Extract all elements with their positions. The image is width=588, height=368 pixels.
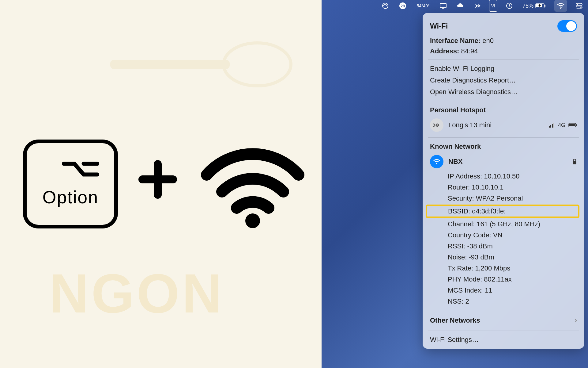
watermark-text: NGON <box>49 262 224 325</box>
divider <box>428 101 579 101</box>
divider <box>428 331 579 331</box>
svg-rect-9 <box>440 3 446 8</box>
svg-rect-14 <box>545 5 545 7</box>
wifi-toggle[interactable] <box>557 20 577 32</box>
known-network-name: NBX <box>448 158 567 166</box>
svg-point-19 <box>580 7 582 8</box>
mcs-index-row: MCS Index: 11 <box>423 285 584 296</box>
menubar-timemachine-icon[interactable] <box>505 0 514 12</box>
svg-rect-25 <box>569 124 575 126</box>
svg-rect-26 <box>576 124 577 126</box>
nss-row: NSS: 2 <box>423 296 584 307</box>
known-network-heading: Known Network <box>423 141 584 152</box>
other-networks-item[interactable]: Other Networks › <box>423 313 584 328</box>
hotspot-name: Long's 13 mini <box>448 121 544 129</box>
watermark-spoon <box>98 25 297 104</box>
option-key-illustration: Option <box>23 140 118 228</box>
menubar-control-center-icon[interactable] <box>575 0 584 12</box>
enable-wifi-logging-item[interactable]: Enable Wi-Fi Logging <box>423 63 584 75</box>
chevron-right-icon: › <box>575 316 577 324</box>
svg-rect-21 <box>550 125 551 128</box>
menubar: 28 54° 49° VI 75% <box>322 0 588 12</box>
hotspot-network-type: 4G <box>558 122 565 128</box>
security-row: Security: WPA2 Personal <box>423 193 584 204</box>
svg-point-17 <box>577 4 578 5</box>
wifi-connected-icon <box>430 155 443 168</box>
instruction-panel: Option NGON <box>0 0 322 368</box>
menubar-battery[interactable]: 75% <box>521 0 547 12</box>
address-row: Address: 84:94 <box>423 46 584 56</box>
plus-icon <box>136 156 179 212</box>
bssid-highlight-box: BSSID: d4:3d:f3:fe: <box>426 205 579 218</box>
menubar-arrow-icon[interactable] <box>473 0 482 12</box>
signal-bars-icon <box>549 123 555 128</box>
hotspot-device-row[interactable]: Long's 13 mini 4G <box>423 116 584 134</box>
divider <box>428 59 579 60</box>
svg-rect-23 <box>553 123 554 128</box>
svg-rect-22 <box>552 124 553 128</box>
menubar-calendar-icon[interactable]: 28 <box>398 0 408 12</box>
rssi-row: RSSI: -38 dBm <box>423 241 584 252</box>
menubar-input-source[interactable]: VI <box>489 0 497 12</box>
menubar-app-icon[interactable] <box>380 0 390 12</box>
svg-rect-28 <box>573 161 576 164</box>
svg-point-5 <box>245 213 260 228</box>
battery-icon <box>568 123 577 127</box>
hotspot-chain-icon <box>430 118 443 132</box>
macos-screenshot: 28 54° 49° VI 75% <box>322 0 588 368</box>
menubar-display-icon[interactable] <box>438 0 448 12</box>
option-key-label: Option <box>43 187 99 207</box>
ip-address-row: IP Address: 10.10.10.50 <box>423 171 584 182</box>
menubar-temperature[interactable]: 54° 49° <box>415 0 431 12</box>
divider <box>428 310 579 310</box>
open-wireless-diagnostics-item[interactable]: Open Wireless Diagnostics… <box>423 86 584 98</box>
wifi-settings-item[interactable]: Wi-Fi Settings… <box>423 334 584 346</box>
noise-row: Noise: -93 dBm <box>423 252 584 263</box>
wifi-panel-title: Wi-Fi <box>430 22 448 30</box>
svg-text:28: 28 <box>401 4 405 8</box>
personal-hotspot-heading: Personal Hotspot <box>423 104 584 116</box>
svg-point-27 <box>436 163 437 164</box>
svg-rect-1 <box>110 60 230 69</box>
menubar-cloud-icon[interactable] <box>455 0 465 12</box>
wifi-large-icon <box>198 138 308 230</box>
known-network-row[interactable]: NBX <box>423 152 584 171</box>
svg-point-0 <box>224 43 291 86</box>
svg-point-15 <box>560 8 561 9</box>
menubar-wifi-icon[interactable] <box>554 0 567 12</box>
channel-row: Channel: 161 (5 GHz, 80 MHz) <box>423 219 584 230</box>
phy-mode-row: PHY Mode: 802.11ax <box>423 274 584 285</box>
router-row: Router: 10.10.10.1 <box>423 182 584 193</box>
tx-rate-row: Tx Rate: 1,200 Mbps <box>423 263 584 274</box>
lock-icon <box>572 159 577 165</box>
wifi-dropdown-panel: Wi-Fi Interface Name: en0 Address: 84:94… <box>423 13 584 349</box>
divider <box>428 137 579 138</box>
svg-rect-20 <box>549 126 550 128</box>
option-key-symbol-icon <box>62 161 99 178</box>
interface-name-row: Interface Name: en0 <box>423 36 584 46</box>
create-diagnostics-report-item[interactable]: Create Diagnostics Report… <box>423 75 584 86</box>
country-code-row: Country Code: VN <box>423 230 584 241</box>
